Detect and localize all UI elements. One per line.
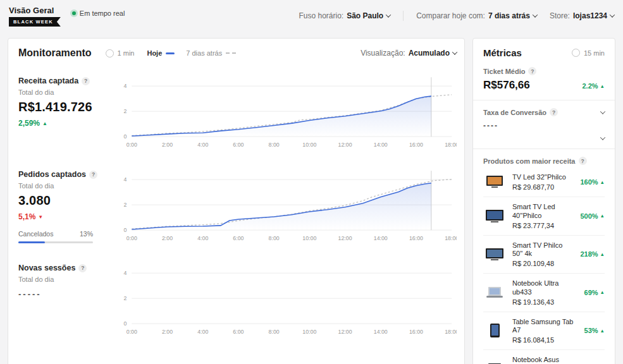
help-icon[interactable]: ?: [89, 171, 97, 179]
conversao-toggle[interactable]: Taxa de Conversão ?: [483, 108, 605, 116]
svg-text:0: 0: [124, 227, 127, 233]
timezone-label: Fuso horário:: [299, 11, 343, 20]
visualization-select[interactable]: Visualização: Acumulado: [361, 49, 457, 58]
tablet-icon: [483, 322, 506, 339]
store-select[interactable]: Store: lojas1234: [550, 11, 614, 20]
cancelados-label: Cancelados: [18, 230, 53, 238]
timezone-value: São Paulo: [347, 11, 383, 20]
conversao-value: ----: [483, 121, 605, 130]
conversao-label: Taxa de Conversão: [483, 109, 546, 116]
visualization-value: Acumulado: [409, 49, 450, 58]
receita-title: Receita captada: [18, 76, 78, 85]
svg-text:16:00: 16:00: [409, 235, 423, 241]
svg-text:4:00: 4:00: [197, 235, 208, 241]
product-name: Smart TV Led 40''Philco: [512, 203, 574, 221]
products-title-row: Produtos com maior receita ?: [483, 157, 605, 165]
legend-compare: 7 dias atrás: [186, 49, 236, 57]
receita-value: R$1.419.726: [18, 100, 112, 114]
product-delta: 69%▲: [584, 289, 605, 296]
sessoes-value: -----: [18, 289, 112, 299]
compare-value: 7 dias atrás: [488, 11, 530, 20]
product-delta: 160%▲: [580, 178, 605, 186]
product-row[interactable]: Smart TV Led 40''Philco R$ 23.777,34 500…: [483, 197, 605, 235]
svg-text:4:00: 4:00: [197, 142, 208, 148]
svg-text:6:00: 6:00: [233, 235, 244, 241]
realtime-dot-icon: [72, 11, 76, 15]
up-arrow-icon: ▲: [600, 252, 605, 257]
product-row[interactable]: Smart TV Philco 50'' 4k R$ 20.109,48 218…: [483, 235, 605, 274]
svg-text:12:00: 12:00: [338, 142, 352, 148]
help-icon[interactable]: ?: [579, 157, 587, 165]
product-price: R$ 20.109,48: [512, 260, 574, 267]
svg-text:4: 4: [124, 270, 127, 276]
pedidos-panel: Pedidos captados ? Total do dia 3.080 5,…: [18, 165, 457, 246]
products-title: Produtos com maior receita: [483, 157, 576, 165]
product-name: Notebook Asus x5231: [512, 356, 574, 364]
interval-1min-label: 1 min: [118, 49, 135, 57]
receita-subtitle: Total do dia: [18, 88, 112, 96]
product-delta: 218%▲: [580, 250, 605, 258]
tv-icon: [483, 245, 506, 263]
svg-text:14:00: 14:00: [374, 329, 388, 335]
pedidos-chart: 0240:002:004:006:008:0010:0012:0014:0016…: [112, 165, 457, 246]
chevron-down-icon: [600, 135, 605, 140]
svg-text:12:00: 12:00: [338, 329, 352, 335]
ticket-medio-label-row: Ticket Médio ?: [483, 67, 605, 75]
compare-select[interactable]: Comparar hoje com: 7 dias atrás: [416, 11, 537, 20]
svg-text:2: 2: [124, 202, 127, 208]
svg-text:0:00: 0:00: [126, 235, 137, 241]
legend-compare-label: 7 dias atrás: [186, 49, 222, 57]
products-list: TV Led 32''Philco R$ 29.687,70 160%▲ Sma…: [483, 167, 605, 364]
divider: [473, 149, 615, 149]
sessoes-panel: Novas sessões ? Total do dia ----- 0240:…: [18, 258, 457, 339]
monitoring-title: Monitoramento: [18, 47, 92, 59]
timezone-select[interactable]: Fuso horário: São Paulo: [299, 11, 390, 20]
divider: [473, 100, 615, 100]
page-title: Visão Geral: [9, 6, 61, 15]
collapsed-metric-toggle[interactable]: [483, 136, 605, 140]
monitoring-card: Monitoramento 1 min Hoje 7 dias atrás Vi…: [8, 38, 465, 364]
legend-today: Hoje: [147, 49, 175, 57]
ticket-medio-delta: 2.2%▲: [582, 82, 605, 90]
svg-text:0: 0: [124, 133, 127, 140]
product-row[interactable]: TV Led 32''Philco R$ 29.687,70 160%▲: [483, 167, 605, 197]
interval-1min-radio[interactable]: 1 min: [106, 49, 135, 58]
product-row[interactable]: Notebook Asus x5231 R$ 15.173,40 126%▲: [483, 349, 605, 364]
receita-delta: 2,59%▲: [18, 119, 112, 128]
svg-text:2: 2: [124, 295, 127, 301]
product-row[interactable]: Table Samsung Tab A7 R$ 16.084,15 53%▲: [483, 312, 605, 350]
product-delta: 53%▲: [584, 327, 605, 334]
help-icon[interactable]: ?: [78, 264, 87, 272]
help-icon[interactable]: ?: [82, 77, 90, 85]
svg-text:10:00: 10:00: [302, 329, 316, 335]
svg-text:8:00: 8:00: [269, 329, 280, 335]
realtime-indicator: Em tempo real: [72, 9, 125, 17]
interval-15min-radio[interactable]: 15 min: [572, 49, 605, 57]
cancelados-bar: [18, 241, 93, 243]
store-label: Store:: [550, 11, 570, 20]
radio-icon: [572, 49, 580, 57]
receita-panel: Receita captada ? Total do dia R$1.419.7…: [18, 71, 457, 152]
svg-text:18:00: 18:00: [445, 329, 457, 335]
top-bar: Visão Geral BLACK WEEK Em tempo real Fus…: [0, 0, 623, 34]
realtime-label: Em tempo real: [80, 9, 125, 17]
product-price: R$ 19.136,43: [512, 298, 578, 306]
product-row[interactable]: Notebook Ultra ub433 R$ 19.136,43 69%▲: [483, 273, 605, 312]
svg-text:16:00: 16:00: [409, 142, 423, 148]
product-name: Smart TV Philco 50'' 4k: [512, 241, 574, 259]
cancelados-row: Cancelados 13%: [18, 230, 93, 238]
svg-text:14:00: 14:00: [374, 235, 388, 241]
svg-text:18:00: 18:00: [445, 235, 457, 241]
help-icon[interactable]: ?: [550, 108, 558, 116]
tv-icon: [483, 207, 506, 225]
svg-text:10:00: 10:00: [302, 142, 316, 148]
svg-text:0:00: 0:00: [126, 329, 137, 335]
cancelados-value: 13%: [80, 230, 93, 238]
svg-text:4: 4: [124, 176, 127, 183]
product-delta: 500%▲: [580, 212, 605, 220]
help-icon[interactable]: ?: [528, 67, 536, 75]
svg-text:2: 2: [124, 108, 127, 114]
up-arrow-icon: ▲: [600, 289, 605, 295]
store-value: lojas1234: [573, 11, 607, 20]
svg-text:2:00: 2:00: [162, 142, 173, 148]
